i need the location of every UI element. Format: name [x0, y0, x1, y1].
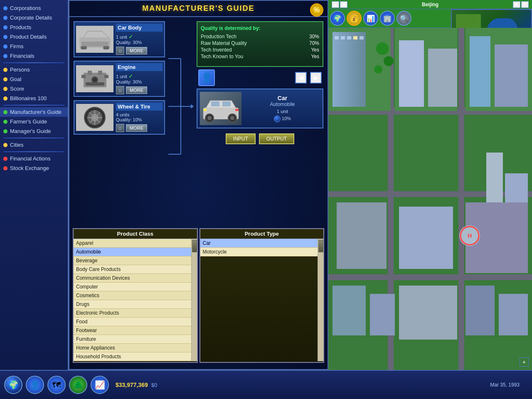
- city-nav-close-btn[interactable]: ✕: [521, 1, 529, 8]
- coin-icon[interactable]: %: [310, 3, 323, 17]
- nav-prev-btn[interactable]: ◀: [295, 72, 307, 84]
- output-btn[interactable]: OUTPUT: [259, 133, 294, 144]
- product-type-scrollbar[interactable]: [318, 239, 323, 361]
- engine-more-btn[interactable]: MORE: [126, 86, 147, 94]
- svg-point-31: [230, 116, 234, 120]
- product-class-list-wrapper: Apparel Automobile Beverage Body Care Pr…: [74, 239, 197, 361]
- scrollbar-thumb: [192, 240, 197, 252]
- svg-rect-53: [495, 44, 528, 107]
- city-icon-globe[interactable]: 🌍: [330, 11, 345, 26]
- check-icon: ✓: [128, 33, 133, 40]
- list-item-comm-devices[interactable]: Communication Devices: [74, 274, 191, 283]
- person-btn[interactable]: 👤: [26, 376, 44, 394]
- list-item-body-care[interactable]: Body Care Products: [74, 265, 191, 274]
- sidebar-item-corporations[interactable]: Corporations: [0, 3, 68, 13]
- sidebar-item-farmer-guide[interactable]: Farmer's Guide: [0, 117, 68, 126]
- city-icon-blue2[interactable]: 🏢: [380, 11, 395, 26]
- list-item-car[interactable]: Car: [200, 239, 318, 248]
- list-item-cosmetics[interactable]: Cosmetics: [74, 291, 191, 300]
- dot-icon: [3, 110, 7, 114]
- product-lists: Product Class Apparel Automobile Beverag…: [69, 225, 328, 366]
- output-units: 1 unit: [245, 109, 320, 114]
- bottom-date: Mar 35, 1993: [490, 382, 520, 388]
- city-icon-blue1[interactable]: 📊: [363, 11, 378, 26]
- list-item-household[interactable]: Household Products: [74, 352, 191, 361]
- sidebar-item-cities[interactable]: Cities: [0, 140, 68, 150]
- sidebar-item-persons[interactable]: Persons: [0, 65, 68, 74]
- city-name: Beijing: [422, 2, 438, 7]
- list-item-beverage[interactable]: Beverage: [74, 256, 191, 265]
- map-btn[interactable]: 🗺: [47, 376, 66, 394]
- list-item-motorcycle[interactable]: Motorcycle: [200, 248, 318, 256]
- city-nav-right-btn[interactable]: ▶: [513, 1, 520, 8]
- dot-icon: [3, 96, 7, 101]
- svg-rect-33: [235, 109, 239, 111]
- list-item-electronic[interactable]: Electronic Products: [74, 309, 191, 318]
- globe-btn[interactable]: 🌍: [4, 376, 22, 394]
- dot-icon: [3, 166, 7, 170]
- body-care-icon: [181, 266, 189, 272]
- city-icon-search[interactable]: 🔍: [397, 11, 411, 26]
- sidebar-section-corps: Corporations Corporate Details Products …: [0, 3, 68, 61]
- sidebar-item-manager-guide[interactable]: Manager's Guide: [0, 126, 68, 136]
- wheel-more-btn[interactable]: MORE: [126, 124, 147, 132]
- tree-btn[interactable]: 🌲: [69, 376, 87, 394]
- list-item-home-appliances[interactable]: Home Appliances: [74, 344, 191, 352]
- city-topbar: ▲ ◀ Beijing ▶ ✕: [328, 0, 532, 9]
- sidebar-item-billionaires[interactable]: Billionaires 100: [0, 94, 68, 103]
- product-class-scrollbar[interactable]: [191, 239, 197, 361]
- sidebar-item-financial-actions[interactable]: Financial Actions: [0, 154, 68, 163]
- list-item-food[interactable]: Food: [74, 318, 191, 326]
- output-info: Car Automobile 1 unit 10%: [245, 95, 320, 122]
- svg-rect-51: [428, 49, 457, 107]
- list-item-drugs[interactable]: Drugs: [74, 300, 191, 309]
- sidebar-item-score[interactable]: Score: [0, 84, 68, 94]
- list-item-furniture[interactable]: Furniture: [74, 335, 191, 344]
- svg-point-11: [93, 78, 96, 81]
- sidebar-item-financials[interactable]: Financials: [0, 51, 68, 61]
- ingredient-list: Car Body 1 unit ✓ Quality: 30% □ MORE: [74, 21, 165, 221]
- product-class-container: Product Class Apparel Automobile Beverag…: [73, 228, 198, 363]
- dot-icon: [3, 87, 7, 91]
- stats-btn[interactable]: 📈: [91, 376, 109, 394]
- wheel-small-btn[interactable]: □: [116, 124, 124, 132]
- household-icon: [181, 354, 189, 360]
- city-icon-money[interactable]: 💰: [347, 11, 362, 26]
- quality-row-1: Raw Material Quality 70%: [201, 40, 319, 46]
- product-class-scroll[interactable]: Apparel Automobile Beverage Body Care Pr…: [74, 239, 191, 361]
- wheel-quality: Quality: 10%: [116, 117, 163, 122]
- quality-box: Quality is determined by: Production Tec…: [197, 21, 323, 67]
- sidebar-item-firms[interactable]: Firms: [0, 42, 68, 51]
- sidebar-item-product-details[interactable]: Product Details: [0, 32, 68, 42]
- svg-rect-65: [399, 286, 457, 340]
- product-type-scroll[interactable]: Car Motorcycle: [200, 239, 318, 361]
- svg-rect-47: [347, 36, 351, 39]
- sidebar-item-corporate-details[interactable]: Corporate Details: [0, 13, 68, 22]
- home-appliances-icon: [181, 345, 189, 351]
- sidebar-item-manufacturer-guide[interactable]: Manufacturer's Guide: [0, 107, 68, 117]
- quality-row-2: Tech Invented Yes: [201, 47, 319, 53]
- svg-rect-66: [466, 286, 495, 335]
- city-nav-up-btn[interactable]: ▲: [332, 1, 339, 8]
- engine-small-btn[interactable]: □: [116, 86, 124, 94]
- nav-next-btn[interactable]: ▶: [310, 72, 322, 84]
- svg-point-57: [384, 56, 394, 66]
- product-type-header: Product Type: [200, 229, 324, 239]
- list-item-apparel[interactable]: Apparel: [74, 239, 191, 248]
- electronic-icon: [181, 310, 189, 316]
- sidebar-item-stock-exchange[interactable]: Stock Exchange: [0, 163, 68, 173]
- city-nav-left-btn[interactable]: ◀: [340, 1, 347, 8]
- list-item-footwear[interactable]: Footwear: [74, 326, 191, 335]
- person-icon-btn[interactable]: 👤: [198, 69, 215, 86]
- list-item-computer[interactable]: Computer: [74, 283, 191, 291]
- svg-rect-60: [337, 202, 387, 269]
- car-body-more-btn[interactable]: MORE: [126, 47, 147, 54]
- input-btn[interactable]: INPUT: [226, 133, 256, 144]
- sidebar-item-products[interactable]: Products: [0, 22, 68, 32]
- expand-btn[interactable]: +: [520, 357, 529, 367]
- list-item-automobile[interactable]: Automobile: [74, 248, 191, 256]
- sidebar-item-goal[interactable]: Goal: [0, 74, 68, 84]
- car-body-small-btn[interactable]: □: [116, 47, 124, 55]
- svg-rect-2: [81, 46, 87, 49]
- title-bar: MANUFACTURER'S GUIDE %: [69, 1, 328, 17]
